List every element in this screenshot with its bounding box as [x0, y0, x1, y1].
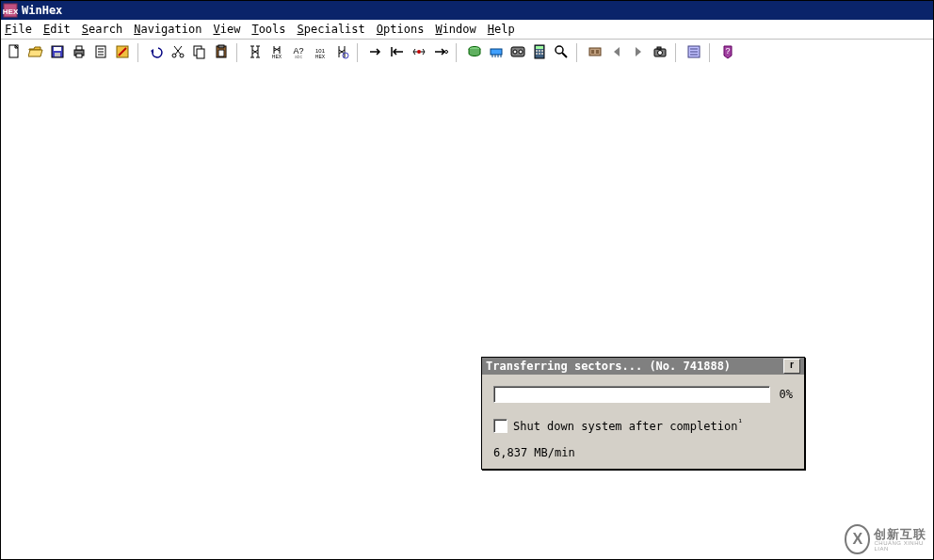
new-button[interactable]	[5, 43, 24, 62]
dialog-body: 0% Shut down system after completion¹ 6,…	[482, 375, 804, 469]
svg-rect-41	[536, 50, 538, 52]
forward-icon	[433, 44, 448, 61]
svg-rect-7	[76, 46, 82, 50]
menu-view[interactable]: View	[213, 23, 240, 36]
save-icon	[50, 44, 65, 61]
back-button[interactable]	[388, 43, 407, 62]
find-button[interactable]	[246, 43, 265, 62]
analyze-icon	[554, 44, 569, 61]
undo-icon	[149, 44, 164, 61]
menu-search[interactable]: Search	[82, 23, 122, 36]
menu-options[interactable]: Options	[377, 23, 425, 36]
forward-button[interactable]	[431, 43, 450, 62]
next-button[interactable]	[629, 43, 648, 62]
properties-button[interactable]	[91, 43, 110, 62]
open-button[interactable]	[26, 43, 45, 62]
toolbar-separator	[576, 43, 580, 62]
app-title: WinHex	[22, 4, 62, 17]
find-hex-icon: HEX	[269, 44, 284, 61]
svg-point-37	[513, 50, 517, 54]
disk-icon	[467, 44, 482, 61]
svg-rect-51	[596, 50, 599, 54]
calculator-button[interactable]	[530, 43, 549, 62]
toolbar-separator	[236, 43, 240, 62]
svg-text:HEX: HEX	[272, 54, 282, 59]
menu-window[interactable]: Window	[435, 23, 475, 36]
progress-percent: 0%	[780, 388, 793, 401]
title-bar: HEX WinHex	[1, 1, 933, 20]
capture-button[interactable]	[651, 43, 669, 62]
svg-point-47	[556, 46, 563, 54]
capture-icon	[652, 44, 668, 61]
svg-point-38	[519, 50, 523, 54]
save-button[interactable]	[48, 43, 67, 62]
menu-bar: File Edit Search Navigation View Tools S…	[1, 20, 933, 40]
replace-hex-button[interactable]: 101HEX	[311, 43, 330, 62]
back-icon	[390, 44, 405, 61]
find-icon	[248, 44, 263, 61]
svg-rect-19	[218, 45, 224, 48]
undo-button[interactable]	[147, 43, 166, 62]
options-general-button[interactable]	[684, 43, 703, 62]
ram-icon	[489, 44, 504, 61]
tape-button[interactable]	[508, 43, 527, 62]
copy-button[interactable]	[190, 43, 209, 62]
app-window: HEX WinHex File Edit Search Navigation V…	[0, 0, 934, 560]
find-again-button[interactable]	[332, 43, 351, 62]
copy-icon	[192, 44, 207, 61]
find-text-button[interactable]: A?abc	[289, 43, 308, 62]
svg-rect-4	[54, 47, 61, 51]
next-icon	[631, 44, 646, 61]
toolbar-separator	[709, 43, 713, 62]
svg-text:HEX: HEX	[315, 54, 326, 59]
find-hex-button[interactable]: HEX	[267, 43, 286, 62]
watermark-sub: CHUANG XINHU LIAN	[874, 540, 929, 552]
menu-edit[interactable]: Edit	[43, 23, 71, 36]
find-text-icon: A?abc	[291, 44, 306, 61]
svg-rect-49	[589, 48, 601, 56]
svg-rect-50	[591, 50, 594, 54]
paste-icon	[214, 44, 229, 61]
paste-button[interactable]	[212, 43, 231, 62]
progress-dialog: Transferring sectors... (No. 741888) r 0…	[481, 357, 805, 470]
menu-specialist[interactable]: Specialist	[298, 23, 365, 36]
go-icon	[368, 44, 383, 61]
menu-tools[interactable]: Tools	[251, 23, 285, 36]
menu-file[interactable]: File	[5, 23, 32, 36]
menu-navigation[interactable]: Navigation	[134, 23, 201, 36]
help-button[interactable]: ?	[718, 43, 737, 62]
print-button[interactable]	[70, 43, 89, 62]
toolbar-separator	[357, 43, 361, 62]
write-icon	[115, 44, 130, 61]
tape-icon	[510, 44, 525, 61]
svg-rect-46	[541, 53, 543, 55]
svg-rect-44	[536, 53, 538, 55]
svg-rect-40	[536, 46, 543, 49]
svg-rect-54	[657, 47, 661, 49]
ram-button[interactable]	[487, 43, 506, 62]
options-general-icon	[686, 44, 701, 61]
cut-button[interactable]	[169, 43, 187, 62]
analyze-button[interactable]	[552, 43, 571, 62]
svg-point-28	[417, 50, 421, 54]
svg-rect-8	[76, 54, 82, 57]
find-again-icon	[334, 44, 349, 61]
menu-help[interactable]: Help	[488, 23, 515, 36]
open-icon	[28, 44, 43, 61]
go-button[interactable]	[366, 43, 385, 62]
disk-button[interactable]	[465, 43, 484, 62]
marker-button[interactable]	[410, 43, 428, 62]
tool-general-button[interactable]	[586, 43, 604, 62]
write-button[interactable]	[113, 43, 132, 62]
dialog-close-button[interactable]: r	[783, 359, 800, 374]
dialog-title-bar[interactable]: Transferring sectors... (No. 741888) r	[482, 358, 804, 375]
svg-text:abc: abc	[295, 54, 303, 59]
svg-rect-31	[491, 49, 502, 55]
svg-text:HEX: HEX	[3, 8, 18, 16]
svg-rect-17	[197, 49, 204, 58]
shutdown-checkbox[interactable]	[493, 419, 507, 433]
prev-button[interactable]	[607, 43, 626, 62]
tool-general-icon	[588, 44, 603, 61]
watermark-main: 创新互联	[874, 528, 929, 540]
watermark: X 创新互联 CHUANG XINHU LIAN	[845, 523, 929, 555]
